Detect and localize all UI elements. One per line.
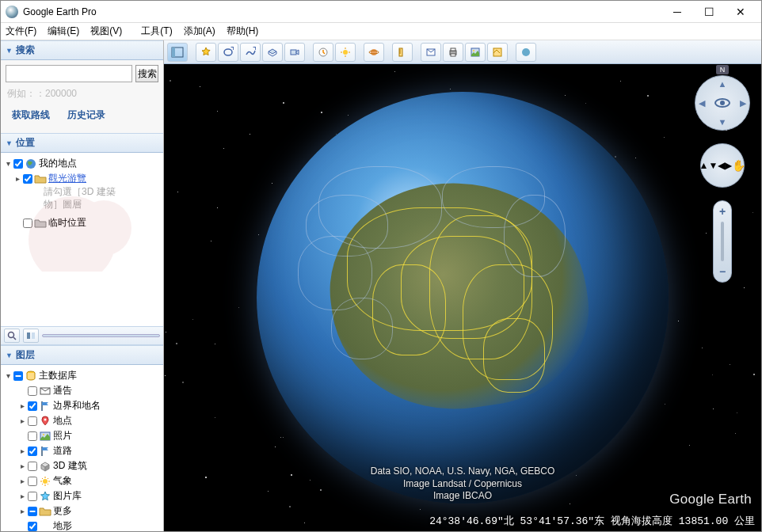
layer-checkbox[interactable]: [28, 431, 37, 441]
history-button[interactable]: [313, 43, 333, 62]
split-view-button[interactable]: [23, 329, 39, 343]
svg-point-3: [9, 332, 14, 338]
layer-checkbox[interactable]: [28, 416, 37, 426]
pan-down-button[interactable]: ▼: [709, 160, 718, 171]
compass-north-label[interactable]: N: [716, 65, 729, 74]
layer-row-1[interactable]: 通告: [2, 383, 162, 398]
expander-icon[interactable]: ▸: [18, 462, 26, 470]
earth-view[interactable]: + +: [164, 40, 761, 531]
placemark-button[interactable]: [196, 43, 216, 62]
tree-row-sightseeing[interactable]: ▸ 觀光游覽: [2, 171, 162, 186]
compass-control[interactable]: N ▲ ▼ ◀ ▶: [695, 75, 750, 131]
sunlight-button[interactable]: [335, 43, 356, 62]
layer-row-0[interactable]: ▾主数据库: [2, 368, 162, 383]
search-panel-header[interactable]: 搜索: [1, 40, 163, 60]
expander-icon[interactable]: ▸: [18, 492, 26, 500]
google-earth-watermark: Google Earth: [669, 492, 752, 507]
tree-row-myplaces[interactable]: ▾ 我的地点: [2, 156, 162, 171]
layer-row-7[interactable]: ▸气象: [2, 473, 162, 488]
attribution-line1: Data SIO, NOAA, U.S. Navy, NGA, GEBCO: [164, 466, 761, 478]
layer-row-4[interactable]: 照片: [2, 428, 162, 443]
look-left-button[interactable]: ◀: [699, 98, 705, 108]
search-button[interactable]: 搜索: [135, 65, 158, 82]
pan-up-button[interactable]: ▲: [699, 160, 709, 171]
checkbox-temp[interactable]: [23, 218, 32, 228]
layer-row-6[interactable]: ▸3D 建筑: [2, 458, 162, 473]
expander-icon[interactable]: ▸: [18, 446, 26, 455]
menu-help[interactable]: 帮助(H): [227, 25, 259, 38]
layer-row-3[interactable]: ▸地点: [2, 413, 162, 428]
polygon-button[interactable]: +: [218, 43, 238, 62]
tree-row-temp[interactable]: 临时位置: [2, 215, 162, 230]
close-button[interactable]: ✕: [725, 2, 756, 22]
expander-icon[interactable]: ▸: [18, 477, 26, 485]
look-right-button[interactable]: ▶: [740, 98, 746, 108]
layer-checkbox[interactable]: [28, 507, 37, 516]
layer-checkbox[interactable]: [28, 522, 37, 531]
zoom-in-button[interactable]: +: [715, 204, 730, 218]
print-button[interactable]: [443, 43, 463, 62]
pan-left-button[interactable]: ◀: [718, 160, 725, 171]
layer-row-8[interactable]: ▸图片库: [2, 488, 162, 504]
layer-checkbox[interactable]: [28, 401, 37, 411]
save-image-button[interactable]: [465, 43, 486, 62]
menu-edit[interactable]: 编辑(E): [48, 25, 79, 38]
expander-icon[interactable]: ▾: [4, 159, 12, 168]
path-button[interactable]: +: [240, 43, 261, 62]
expander-icon[interactable]: ▾: [4, 371, 12, 380]
sun-icon: [39, 475, 51, 488]
zoom-slider[interactable]: [721, 222, 724, 261]
ruler-button[interactable]: [392, 43, 413, 62]
planet-button[interactable]: [364, 43, 384, 62]
layer-row-2[interactable]: ▸边界和地名: [2, 398, 162, 413]
menu-file[interactable]: 文件(F): [6, 25, 36, 38]
view-maps-button[interactable]: [487, 43, 508, 62]
layer-checkbox[interactable]: [28, 386, 37, 396]
sign-in-button[interactable]: [516, 43, 536, 62]
places-header-label: 位置: [16, 136, 35, 150]
expander-icon[interactable]: ▸: [13, 174, 21, 183]
layer-checkbox[interactable]: [28, 446, 37, 456]
layer-checkbox[interactable]: [28, 477, 37, 486]
minimize-button[interactable]: ─: [661, 2, 693, 22]
history-link[interactable]: 历史记录: [67, 108, 105, 122]
layer-row-9[interactable]: ▸更多: [2, 504, 162, 519]
search-places-button[interactable]: [4, 329, 20, 343]
layer-checkbox[interactable]: [28, 492, 37, 501]
zoom-out-button[interactable]: −: [715, 264, 730, 279]
record-tour-button[interactable]: [284, 43, 305, 62]
globe-canvas[interactable]: [164, 64, 761, 531]
look-down-button[interactable]: ▼: [718, 117, 727, 127]
checkbox-myplaces[interactable]: [13, 159, 23, 169]
sightseeing-hint2: 物］圖層: [2, 199, 162, 211]
places-panel-header[interactable]: 位置: [1, 133, 163, 153]
menu-add[interactable]: 添加(A): [184, 25, 215, 38]
layer-row-5[interactable]: ▸道路: [2, 443, 162, 458]
checkbox-sightseeing[interactable]: [23, 174, 32, 184]
earth-icon: [25, 158, 37, 170]
layers-panel-header[interactable]: 图层: [1, 345, 163, 365]
directions-link[interactable]: 获取路线: [12, 108, 50, 122]
expander-icon[interactable]: ▸: [18, 416, 26, 425]
pan-control[interactable]: ▲ ▼ ◀ ▶ ✋: [700, 143, 745, 188]
globe-icon[interactable]: [257, 92, 669, 504]
layer-checkbox[interactable]: [13, 371, 23, 381]
look-up-button[interactable]: ▲: [718, 79, 727, 89]
menu-view[interactable]: 视图(V): [90, 25, 122, 38]
status-bar: 24°38'46.69"北 53°41'57.36"东 视角海拔高度 13851…: [164, 514, 755, 528]
search-input[interactable]: [6, 65, 132, 82]
hide-sidebar-button[interactable]: [167, 43, 188, 62]
pan-right-button[interactable]: ▶: [725, 160, 732, 171]
maximize-button[interactable]: ☐: [693, 2, 725, 22]
mail-icon: [39, 385, 51, 397]
opacity-slider[interactable]: [42, 334, 160, 337]
zoom-control[interactable]: + −: [713, 200, 732, 283]
expander-icon[interactable]: ▸: [18, 401, 26, 410]
email-button[interactable]: [421, 43, 441, 62]
layer-row-10[interactable]: 地形: [2, 519, 162, 531]
layer-checkbox[interactable]: [28, 462, 37, 471]
image-overlay-button[interactable]: [262, 43, 283, 62]
layer-label: 照片: [53, 429, 72, 443]
menu-tools[interactable]: 工具(T): [141, 25, 172, 38]
expander-icon[interactable]: ▸: [18, 507, 26, 515]
